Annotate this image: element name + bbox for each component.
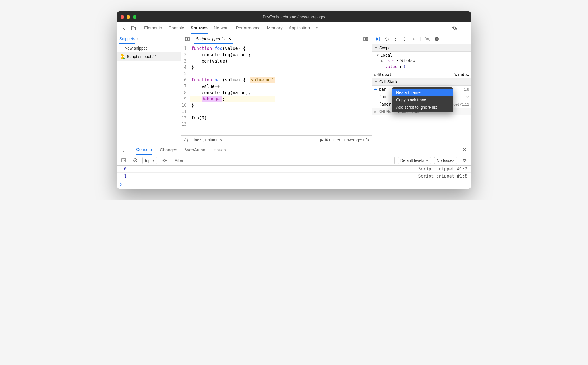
device-toggle-icon[interactable] <box>129 24 138 32</box>
filter-input[interactable] <box>172 157 394 164</box>
pretty-print-icon[interactable]: { } <box>184 138 188 142</box>
devtools-window: DevTools - chrome://new-tab-page/ Elemen… <box>117 11 471 189</box>
scope-section-header[interactable]: ▼Scope <box>372 44 471 52</box>
context-selector[interactable]: top ▼ <box>142 157 157 164</box>
drawer-tab-changes[interactable]: Changes <box>160 145 177 154</box>
drawer-tab-issues[interactable]: Issues <box>213 145 226 154</box>
line-gutter: 12345678910111213 <box>181 44 190 135</box>
step-into-icon[interactable] <box>393 36 398 42</box>
plus-icon: + <box>120 46 122 51</box>
tab-console[interactable]: Console <box>169 23 184 34</box>
log-source-link[interactable]: Script snippet #1:8 <box>418 174 467 179</box>
window-title: DevTools - chrome://new-tab-page/ <box>117 15 471 19</box>
svg-point-9 <box>404 40 405 41</box>
tab-elements[interactable]: Elements <box>144 23 162 34</box>
ctx-add-ignore-list[interactable]: Add script to ignore list <box>392 104 453 111</box>
svg-rect-6 <box>379 37 380 41</box>
code-lines: function foo(value) { console.log(value)… <box>190 44 275 135</box>
resume-icon[interactable] <box>375 36 380 42</box>
step-over-icon[interactable] <box>384 36 389 42</box>
code-editor[interactable]: 12345678910111213 function foo(value) { … <box>181 44 372 135</box>
navigator-sidebar: Snippets » ⋮ + New snippet Script snippe… <box>117 34 181 144</box>
coverage-label: Coverage: n/a <box>344 138 369 142</box>
scope-local[interactable]: ▼Local <box>375 52 471 58</box>
ctx-copy-stack-trace[interactable]: Copy stack trace <box>392 96 453 104</box>
snippet-file-label: Script snippet #1 <box>127 54 157 59</box>
run-snippet-button[interactable]: ▶ ⌘+Enter <box>320 138 341 142</box>
settings-icon[interactable] <box>450 24 459 32</box>
drawer-kebab-icon[interactable]: ⋮ <box>119 145 128 154</box>
live-expression-icon[interactable] <box>160 156 169 165</box>
close-window-button[interactable] <box>121 15 124 19</box>
new-snippet-button[interactable]: + New snippet <box>117 44 181 52</box>
main-tabs: Elements Console Sources Network Perform… <box>144 23 319 34</box>
tab-overflow-icon[interactable]: » <box>316 23 318 34</box>
scope-value[interactable]: value: 1 <box>375 64 471 69</box>
console-prompt[interactable]: ❯ <box>117 180 471 189</box>
debugger-pane: | ▼Scope ▼Local ▶this: Window value: 1 ▶… <box>372 34 471 144</box>
issues-button[interactable]: No Issues <box>434 157 457 164</box>
pause-exceptions-icon[interactable] <box>434 36 439 42</box>
window-controls <box>121 15 136 19</box>
debugger-toolbar: | <box>372 34 471 44</box>
inline-value: value = 1 <box>250 77 275 83</box>
svg-rect-4 <box>185 37 189 41</box>
tab-sources[interactable]: Sources <box>191 23 208 34</box>
editor-tab[interactable]: Script snippet #1 ✕ <box>194 34 233 44</box>
toggle-debugger-icon[interactable] <box>361 35 370 43</box>
scope-global[interactable]: ▶ Global Window <box>372 71 471 78</box>
console-settings-icon[interactable] <box>460 156 469 165</box>
file-icon <box>120 54 125 59</box>
tab-memory[interactable]: Memory <box>267 23 283 34</box>
select-element-icon[interactable] <box>119 24 127 32</box>
main-toolbar: Elements Console Sources Network Perform… <box>117 22 471 34</box>
editor-tab-label: Script snippet #1 <box>196 36 226 41</box>
current-frame-icon: ➔ <box>374 87 377 92</box>
callstack-section-header[interactable]: ▼Call Stack <box>372 78 471 86</box>
tab-application[interactable]: Application <box>289 23 310 34</box>
console-log-row[interactable]: 0 Script snippet #1:2 <box>117 166 471 173</box>
console-log-row[interactable]: 1 Script snippet #1:8 <box>117 173 471 180</box>
log-source-link[interactable]: Script snippet #1:2 <box>418 166 467 172</box>
drawer: ⋮ Console Changes WebAuthn Issues ✕ top … <box>117 144 471 189</box>
svg-point-7 <box>386 40 387 41</box>
close-tab-icon[interactable]: ✕ <box>228 36 231 41</box>
sidebar-kebab-icon[interactable]: ⋮ <box>170 35 178 43</box>
snippets-tab[interactable]: Snippets <box>119 34 135 44</box>
svg-point-10 <box>415 38 415 39</box>
step-icon[interactable] <box>411 36 416 42</box>
toggle-navigator-icon[interactable] <box>183 35 192 43</box>
drawer-tab-webauthn[interactable]: WebAuthn <box>185 145 205 154</box>
clear-console-icon[interactable] <box>131 156 140 165</box>
snippet-file-item[interactable]: Script snippet #1 <box>117 52 181 61</box>
maximize-window-button[interactable] <box>133 15 136 19</box>
deactivate-breakpoints-icon[interactable] <box>425 36 430 42</box>
scope-this[interactable]: ▶this: Window <box>375 58 471 64</box>
kebab-menu-icon[interactable]: ⋮ <box>461 24 469 32</box>
tab-performance[interactable]: Performance <box>236 23 261 34</box>
cursor-position: Line 9, Column 5 <box>192 138 222 142</box>
editor-pane: Script snippet #1 ✕ 12345678910111213 fu… <box>181 34 372 144</box>
console-sidebar-toggle-icon[interactable] <box>119 156 128 165</box>
context-menu: Restart frame Copy stack trace Add scrip… <box>392 87 453 112</box>
console-output: 0 Script snippet #1:2 1 Script snippet #… <box>117 166 471 189</box>
close-drawer-icon[interactable]: ✕ <box>460 145 469 154</box>
drawer-tab-console[interactable]: Console <box>136 145 152 155</box>
editor-status-bar: { } Line 9, Column 5 ▶ ⌘+Enter Coverage:… <box>181 135 372 144</box>
tab-network[interactable]: Network <box>214 23 230 34</box>
svg-rect-11 <box>436 38 436 40</box>
new-snippet-label: New snippet <box>125 46 147 51</box>
console-toolbar: top ▼ Default levels ▼ No Issues <box>117 155 471 166</box>
chevron-right-icon[interactable]: » <box>137 37 138 40</box>
titlebar: DevTools - chrome://new-tab-page/ <box>117 11 471 22</box>
minimize-window-button[interactable] <box>127 15 130 19</box>
ctx-restart-frame[interactable]: Restart frame <box>392 89 453 96</box>
step-out-icon[interactable] <box>402 36 407 42</box>
svg-rect-12 <box>437 38 437 40</box>
log-levels-selector[interactable]: Default levels ▼ <box>398 157 431 164</box>
svg-point-8 <box>395 40 396 41</box>
svg-rect-5 <box>364 37 368 41</box>
